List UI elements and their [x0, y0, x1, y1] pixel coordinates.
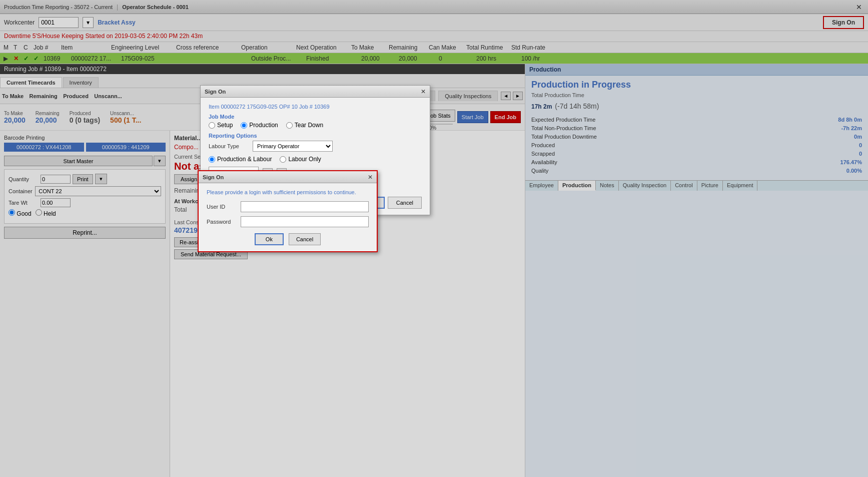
userid-row: User ID [207, 201, 369, 212]
sign-on-dialog-titlebar: Sign On ✕ [201, 86, 430, 98]
setup-radio-label[interactable]: Setup [209, 122, 233, 129]
labour-only-radio[interactable] [280, 156, 286, 163]
sign-on-dialog-close[interactable]: ✕ [421, 88, 426, 95]
job-mode-radios: Setup Production Tear Down [209, 122, 422, 129]
setup-radio[interactable] [209, 122, 215, 129]
inner-sign-on-message: Please provide a login with sufficient p… [207, 189, 369, 195]
password-row: Password [207, 216, 369, 227]
prod-labour-radio[interactable] [209, 156, 215, 163]
overlay [0, 0, 868, 477]
labour-type-select[interactable]: Primary Operator [253, 141, 333, 152]
prod-labour-label[interactable]: Production & Labour [209, 156, 272, 163]
inner-cancel-button[interactable]: Cancel [289, 233, 321, 245]
password-input[interactable] [241, 216, 369, 227]
userid-label: User ID [207, 204, 237, 210]
teardown-radio-label[interactable]: Tear Down [286, 122, 323, 129]
password-label: Password [207, 219, 237, 225]
inner-sign-on-body: Please provide a login with sufficient p… [199, 183, 377, 251]
labour-only-text: Labour Only [288, 156, 321, 163]
production-label: Production [249, 122, 278, 129]
teardown-label: Tear Down [295, 122, 323, 129]
labour-type-label: Labour Type [209, 143, 249, 149]
production-radio-label[interactable]: Production [241, 122, 278, 129]
sign-on-cancel-button[interactable]: Cancel [388, 197, 422, 209]
teardown-radio[interactable] [286, 122, 293, 129]
labour-type-row: Labour Type Primary Operator [209, 141, 422, 152]
labour-only-label[interactable]: Labour Only [280, 156, 321, 163]
inner-sign-on-dialog: Sign On ✕ Please provide a login with su… [198, 170, 378, 252]
prod-labour-text: Production & Labour [217, 156, 272, 163]
job-mode-label: Job Mode [209, 114, 422, 120]
production-radio[interactable] [241, 122, 247, 129]
prod-labour-row: Production & Labour Labour Only [209, 156, 422, 163]
inner-sign-on-titlebar: Sign On ✕ [199, 171, 377, 183]
sign-on-dialog-title: Sign On [205, 89, 226, 95]
sign-on-item-label: Item 00000272 175G09-025 OP# 10 Job # 10… [209, 104, 422, 110]
inner-btn-row: Ok Cancel [207, 233, 369, 245]
reporting-options-label: Reporting Options [209, 133, 422, 139]
setup-label: Setup [217, 122, 233, 129]
inner-sign-on-title: Sign On [203, 174, 224, 180]
inner-sign-on-close[interactable]: ✕ [368, 174, 373, 181]
userid-input[interactable] [241, 201, 369, 212]
inner-ok-button[interactable]: Ok [255, 233, 284, 245]
